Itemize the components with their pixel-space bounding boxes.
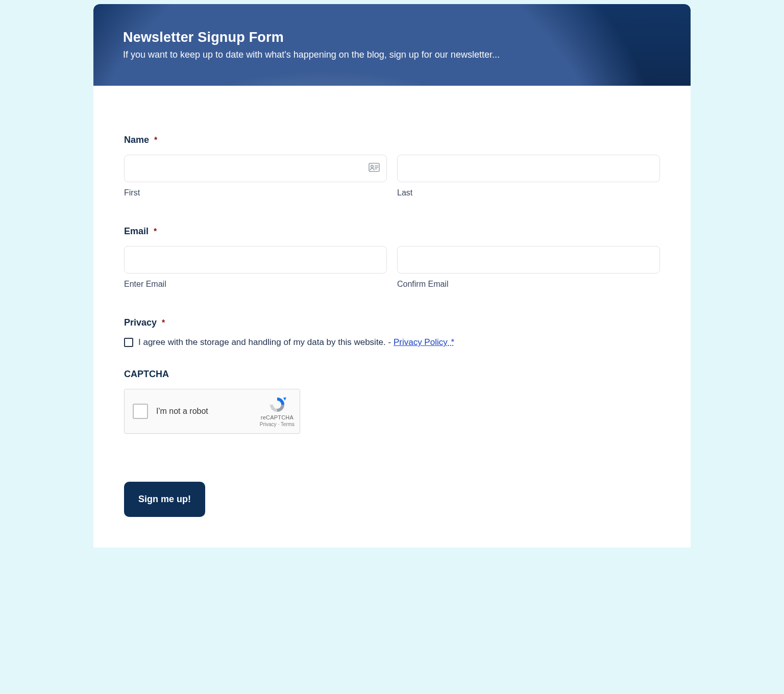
submit-button[interactable]: Sign me up!: [124, 482, 205, 517]
recaptcha-left: I'm not a robot: [133, 404, 208, 419]
recaptcha-right: reCAPTCHA Privacy · Terms: [260, 396, 295, 427]
confirm-email-input[interactable]: [397, 246, 660, 274]
last-name-col: Last: [397, 155, 660, 197]
confirm-email-col: Confirm Email: [397, 246, 660, 289]
required-mark: *: [154, 136, 157, 145]
email-wrap: [124, 246, 387, 274]
privacy-policy-link[interactable]: Privacy Policy: [394, 337, 448, 347]
required-mark: *: [162, 318, 165, 328]
first-name-input[interactable]: [124, 155, 387, 182]
first-name-col: First: [124, 155, 387, 197]
email-input[interactable]: [124, 246, 387, 274]
first-name-sublabel: First: [124, 188, 387, 197]
last-name-sublabel: Last: [397, 188, 660, 197]
svg-marker-5: [283, 398, 286, 401]
privacy-agree-text: I agree with the storage and handling of…: [138, 337, 394, 347]
captcha-group: CAPTCHA I'm not a robot reC: [124, 369, 660, 434]
privacy-text: I agree with the storage and handling of…: [138, 337, 454, 348]
email-col: Enter Email: [124, 246, 387, 289]
privacy-label-row: Privacy *: [124, 317, 660, 328]
privacy-checkbox[interactable]: [124, 338, 133, 347]
name-inputs: First Last: [124, 155, 660, 197]
page-title: Newsletter Signup Form: [123, 30, 661, 45]
email-inputs: Enter Email Confirm Email: [124, 246, 660, 289]
privacy-row: I agree with the storage and handling of…: [124, 337, 660, 348]
recaptcha-label: I'm not a robot: [156, 407, 208, 416]
form-content: Name *: [93, 86, 691, 548]
captcha-label: CAPTCHA: [124, 369, 660, 380]
name-group: Name *: [124, 135, 660, 197]
recaptcha-checkbox[interactable]: [133, 404, 148, 419]
privacy-policy-star: *: [449, 337, 454, 347]
confirm-email-wrap: [397, 246, 660, 274]
recaptcha-logo-icon: [268, 396, 286, 413]
privacy-label: Privacy: [124, 317, 157, 328]
hero: Newsletter Signup Form If you want to ke…: [93, 4, 691, 86]
name-label-row: Name *: [124, 135, 660, 145]
name-label: Name: [124, 135, 149, 145]
email-label-row: Email *: [124, 226, 660, 237]
first-name-wrap: [124, 155, 387, 182]
last-name-input[interactable]: [397, 155, 660, 182]
email-label: Email: [124, 226, 149, 237]
recaptcha-brand: reCAPTCHA: [261, 414, 293, 420]
email-sublabel: Enter Email: [124, 280, 387, 289]
last-name-wrap: [397, 155, 660, 182]
email-group: Email * Enter Email Confirm Email: [124, 226, 660, 289]
svg-point-1: [371, 165, 374, 168]
confirm-email-sublabel: Confirm Email: [397, 280, 660, 289]
id-card-icon: [369, 163, 380, 174]
privacy-group: Privacy * I agree with the storage and h…: [124, 317, 660, 348]
recaptcha-widget: I'm not a robot reCAPTCHA Privacy · Term…: [124, 389, 300, 434]
page-subtitle: If you want to keep up to date with what…: [123, 49, 661, 60]
page: Newsletter Signup Form If you want to ke…: [93, 4, 691, 548]
recaptcha-links[interactable]: Privacy · Terms: [260, 422, 295, 427]
required-mark: *: [154, 227, 157, 236]
